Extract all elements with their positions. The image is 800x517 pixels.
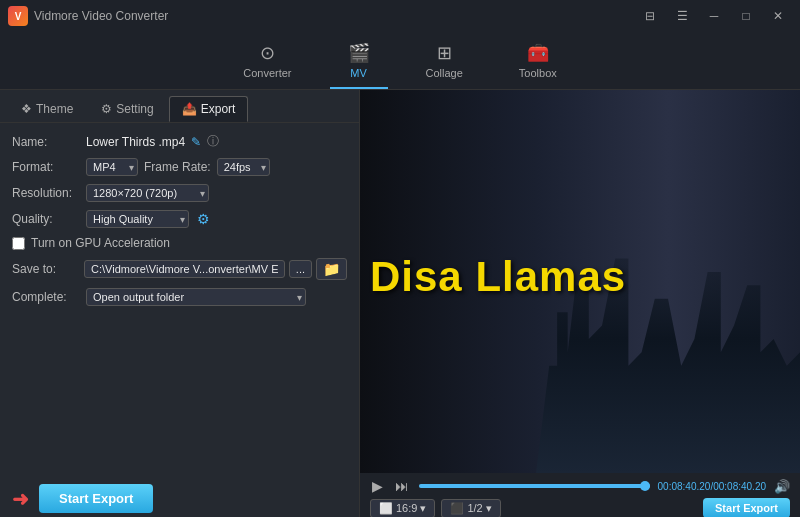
ratio-zoom-controls: ⬜ 16:9 ▾ ⬛ 1/2 ▾ [370, 499, 501, 518]
menu-icon-btn[interactable]: ☰ [668, 6, 696, 26]
format-select-wrapper: MP4 AVI MOV [86, 158, 138, 176]
play-button[interactable]: ▶ [370, 478, 385, 494]
aspect-ratio-icon: ⬜ [379, 502, 393, 515]
start-export-right-button[interactable]: Start Export [703, 498, 790, 517]
quality-gear-button[interactable]: ⚙ [195, 211, 212, 227]
start-export-left-button[interactable]: Start Export [39, 484, 153, 513]
saveto-dots-button[interactable]: ... [289, 260, 312, 278]
app-icon: V [8, 6, 28, 26]
mv-icon: 🎬 [348, 42, 370, 64]
nav-tabs: ⊙ Converter 🎬 MV ⊞ Collage 🧰 Toolbox [0, 32, 800, 90]
name-value: Lower Thirds .mp4 [86, 135, 185, 149]
resolution-select[interactable]: 1280×720 (720p) 1920×1080 (1080p) 3840×2… [86, 184, 209, 202]
minimize-button[interactable]: ─ [700, 6, 728, 26]
name-row: Name: Lower Thirds .mp4 ✎ ⓘ [12, 133, 347, 150]
quality-label: Quality: [12, 212, 80, 226]
collage-icon: ⊞ [437, 42, 452, 64]
subtab-theme[interactable]: ❖ Theme [8, 96, 86, 122]
theme-icon: ❖ [21, 102, 32, 116]
tab-collage-label: Collage [426, 67, 463, 79]
preview-text: Disa Llamas [370, 253, 626, 301]
tab-collage[interactable]: ⊞ Collage [408, 36, 481, 89]
saveto-row: Save to: ... 📁 [12, 258, 347, 280]
setting-icon: ⚙ [101, 102, 112, 116]
complete-select[interactable]: Open output folder Do nothing [86, 288, 306, 306]
progress-row: ▶ ⏭ 00:08:40.20/00:08:40.20 🔊 [370, 478, 790, 494]
resolution-row: Resolution: 1280×720 (720p) 1920×1080 (1… [12, 184, 347, 202]
tab-toolbox[interactable]: 🧰 Toolbox [501, 36, 575, 89]
subtab-setting-label: Setting [116, 102, 153, 116]
format-select[interactable]: MP4 AVI MOV [86, 158, 138, 176]
progress-thumb [640, 481, 650, 491]
subtab-export-label: Export [201, 102, 236, 116]
titlebar-controls: ⊟ ☰ ─ □ ✕ [636, 6, 792, 26]
time-display: 00:08:40.20/00:08:40.20 [658, 481, 766, 492]
titlebar: V Vidmore Video Converter ⊟ ☰ ─ □ ✕ [0, 0, 800, 32]
time-total: 00:08:40.20 [713, 481, 766, 492]
framerate-select-wrapper: 24fps 30fps 60fps [217, 158, 270, 176]
settings-icon-btn[interactable]: ⊟ [636, 6, 664, 26]
format-row: Format: MP4 AVI MOV Frame Rate: 24fps 30… [12, 158, 347, 176]
controls-row2: ⬜ 16:9 ▾ ⬛ 1/2 ▾ Start Export [370, 498, 790, 517]
subtab-theme-label: Theme [36, 102, 73, 116]
arrow-indicator: ➜ [12, 487, 29, 511]
app-title: Vidmore Video Converter [34, 9, 168, 23]
name-label: Name: [12, 135, 80, 149]
saveto-label: Save to: [12, 262, 80, 276]
titlebar-left: V Vidmore Video Converter [8, 6, 168, 26]
maximize-button[interactable]: □ [732, 6, 760, 26]
skip-button[interactable]: ⏭ [393, 478, 411, 494]
format-label: Format: [12, 160, 80, 174]
zoom-label: 1/2 [467, 502, 482, 514]
tab-toolbox-label: Toolbox [519, 67, 557, 79]
quality-select[interactable]: High Quality Medium Quality Low Quality [86, 210, 189, 228]
close-button[interactable]: ✕ [764, 6, 792, 26]
converter-icon: ⊙ [260, 42, 275, 64]
right-panel: Disa Llamas ▶ ⏭ 00:08:40.20/00:08:40.20 … [360, 90, 800, 517]
toolbox-icon: 🧰 [527, 42, 549, 64]
framerate-label: Frame Rate: [144, 160, 211, 174]
tab-mv[interactable]: 🎬 MV [330, 36, 388, 89]
subtab-export[interactable]: 📤 Export [169, 96, 249, 122]
zoom-button[interactable]: ⬛ 1/2 ▾ [441, 499, 500, 518]
export-icon: 📤 [182, 102, 197, 116]
player-controls: ▶ ⏭ 00:08:40.20/00:08:40.20 🔊 ⬜ 16:9 ▾ [360, 473, 800, 517]
tab-converter[interactable]: ⊙ Converter [225, 36, 309, 89]
resolution-label: Resolution: [12, 186, 80, 200]
quality-row: Quality: High Quality Medium Quality Low… [12, 210, 347, 228]
gpu-checkbox[interactable] [12, 237, 25, 250]
left-panel: ❖ Theme ⚙ Setting 📤 Export Name: Lower T… [0, 90, 360, 517]
zoom-dropdown-icon: ▾ [486, 502, 492, 515]
name-edit-icon[interactable]: ✎ [191, 135, 201, 149]
export-area: ➜ Start Export [0, 476, 359, 517]
gpu-label[interactable]: Turn on GPU Acceleration [31, 236, 170, 250]
framerate-select[interactable]: 24fps 30fps 60fps [217, 158, 270, 176]
ratio-dropdown-icon: ▾ [420, 502, 426, 515]
progress-bar[interactable] [419, 484, 650, 488]
complete-label: Complete: [12, 290, 80, 304]
preview-area: Disa Llamas [360, 90, 800, 473]
saveto-path-input[interactable] [84, 260, 285, 278]
saveto-folder-button[interactable]: 📁 [316, 258, 347, 280]
ratio-label: 16:9 [396, 502, 417, 514]
ratio-button[interactable]: ⬜ 16:9 ▾ [370, 499, 435, 518]
subtab-setting[interactable]: ⚙ Setting [88, 96, 166, 122]
zoom-icon: ⬛ [450, 502, 464, 515]
tab-mv-label: MV [350, 67, 367, 79]
export-settings: Name: Lower Thirds .mp4 ✎ ⓘ Format: MP4 … [0, 123, 359, 476]
main-content: ❖ Theme ⚙ Setting 📤 Export Name: Lower T… [0, 90, 800, 517]
resolution-select-wrapper: 1280×720 (720p) 1920×1080 (1080p) 3840×2… [86, 184, 209, 202]
quality-select-wrapper: High Quality Medium Quality Low Quality [86, 210, 189, 228]
volume-icon[interactable]: 🔊 [774, 479, 790, 494]
progress-fill [419, 484, 650, 488]
tab-converter-label: Converter [243, 67, 291, 79]
complete-row: Complete: Open output folder Do nothing [12, 288, 347, 306]
time-current: 00:08:40.20 [658, 481, 711, 492]
gpu-row: Turn on GPU Acceleration [12, 236, 347, 250]
name-info-icon[interactable]: ⓘ [207, 133, 219, 150]
sub-tabs: ❖ Theme ⚙ Setting 📤 Export [0, 90, 359, 123]
complete-select-wrapper: Open output folder Do nothing [86, 288, 306, 306]
